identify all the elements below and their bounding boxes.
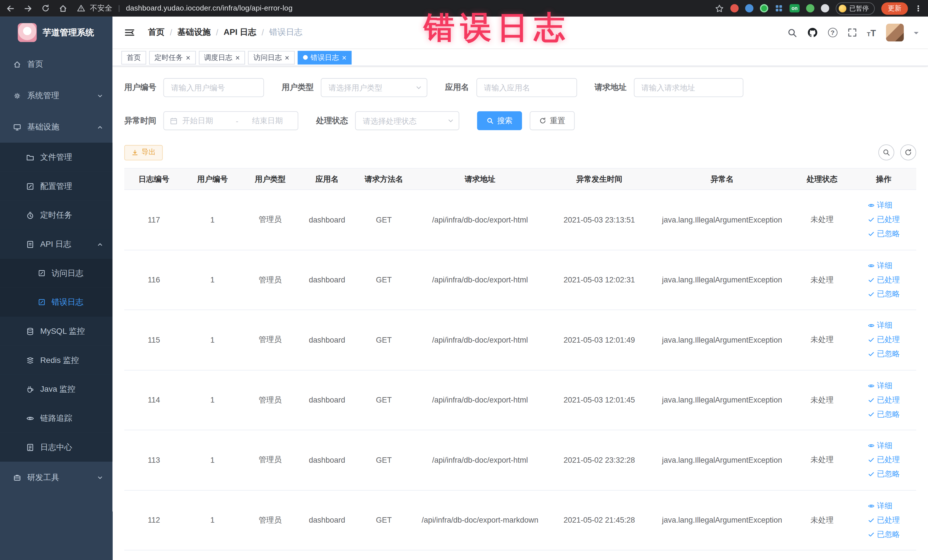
sidebar-item-dev-tools[interactable]: 研发工具 [0, 462, 112, 493]
mark-ignored-link[interactable]: 已忽略 [867, 229, 900, 239]
detail-link[interactable]: 详细 [867, 260, 892, 271]
database-icon [26, 327, 34, 335]
mark-ignored-link[interactable]: 已忽略 [867, 529, 900, 539]
user-type-select-input[interactable] [321, 78, 427, 97]
refresh-icon [539, 117, 546, 124]
detail-link[interactable]: 详细 [867, 441, 892, 451]
security-warning-icon[interactable] [77, 4, 85, 12]
sidebar-logo[interactable]: 芋道管理系统 [0, 17, 112, 49]
reset-button[interactable]: 重置 [530, 111, 575, 130]
tab-scheduled-tasks[interactable]: 定时任务 × [149, 50, 196, 64]
github-icon[interactable] [807, 27, 818, 38]
process-status-select[interactable] [355, 111, 459, 130]
breadcrumb-item[interactable]: 基础设施 [177, 27, 211, 38]
back-icon[interactable] [6, 4, 15, 12]
refresh-table-button[interactable] [901, 144, 916, 160]
close-icon[interactable]: × [235, 53, 240, 61]
sidebar-item-link-tracing[interactable]: 链路追踪 [0, 404, 112, 433]
tab-schedule-log[interactable]: 调度日志 × [198, 50, 245, 64]
ext-on-badge[interactable]: on [790, 4, 800, 12]
mark-processed-link[interactable]: 已处理 [867, 215, 900, 225]
mark-ignored-link[interactable]: 已忽略 [867, 289, 900, 299]
page-url[interactable]: dashboard.yudao.iocoder.cn/infra/log/api… [126, 4, 292, 12]
sidebar-item-home[interactable]: 首页 [0, 49, 112, 80]
browser-menu-icon[interactable]: ⋮ [914, 4, 922, 12]
cell-exception-name: java.lang.IllegalArgumentException [651, 215, 793, 224]
detail-link-label: 详细 [877, 441, 892, 451]
sidebar-item-java-monitor[interactable]: Java 监控 [0, 375, 112, 404]
mark-ignored-link[interactable]: 已忽略 [867, 349, 900, 359]
mark-ignored-link[interactable]: 已忽略 [867, 409, 900, 420]
breadcrumb-item[interactable]: API 日志 [224, 27, 256, 38]
cell-request-url: /api/infra/db-doc/export-html [412, 456, 548, 464]
sidebar-item-redis-monitor[interactable]: Redis 监控 [0, 346, 112, 375]
forward-icon[interactable] [24, 4, 32, 12]
toolbox-icon [13, 473, 21, 482]
mark-processed-link[interactable]: 已处理 [867, 515, 900, 525]
collapse-menu-icon[interactable] [124, 28, 135, 37]
address-bar[interactable]: 不安全 | dashboard.yudao.iocoder.cn/infra/l… [77, 3, 293, 13]
user-id-input[interactable] [163, 78, 264, 97]
toggle-search-button[interactable] [878, 144, 894, 160]
help-icon[interactable]: ? [828, 28, 837, 37]
tab-error-log[interactable]: 错误日志 × [298, 50, 352, 64]
cell-status: 未处理 [793, 455, 851, 465]
update-button[interactable]: 更新 [881, 2, 908, 15]
tab-label: 调度日志 [204, 52, 232, 63]
user-avatar[interactable] [886, 24, 904, 41]
mark-ignored-link[interactable]: 已忽略 [867, 469, 900, 479]
export-button[interactable]: 导出 [124, 145, 163, 160]
sidebar-item-mysql-monitor[interactable]: MySQL 监控 [0, 317, 112, 346]
sidebar-item-infrastructure[interactable]: 基础设施 [0, 111, 112, 143]
ext-icon-2[interactable] [745, 4, 753, 12]
process-status-select-input[interactable] [355, 111, 459, 130]
tab-home[interactable]: 首页 [121, 50, 146, 64]
user-type-select[interactable] [321, 78, 427, 97]
cell-exception-time: 2021-05-03 12:01:49 [548, 336, 651, 344]
search-icon[interactable] [787, 27, 797, 37]
ext-icon-3[interactable] [760, 4, 768, 12]
ext-grid-icon[interactable] [775, 4, 783, 12]
bookmark-star-icon[interactable] [715, 4, 724, 12]
detail-link-label: 详细 [877, 381, 892, 391]
date-range-picker[interactable]: 开始日期 - 结束日期 [163, 111, 298, 130]
security-label[interactable]: 不安全 [90, 3, 112, 13]
sidebar-item-config-management[interactable]: 配置管理 [0, 172, 112, 201]
reload-icon[interactable] [41, 4, 50, 12]
breadcrumb-item[interactable]: 首页 [148, 27, 165, 38]
search-button[interactable]: 搜索 [477, 111, 522, 130]
sidebar-item-file-management[interactable]: 文件管理 [0, 143, 112, 172]
table-row: 113 1 管理员 dashboard GET /api/infra/db-do… [124, 430, 916, 490]
content: 用户编号 用户类型 应用名 请求地址 [112, 66, 928, 560]
detail-link[interactable]: 详细 [867, 500, 892, 511]
breadcrumb-separator: / [262, 28, 264, 37]
detail-link[interactable]: 详细 [867, 200, 892, 211]
mark-processed-link[interactable]: 已处理 [867, 455, 900, 465]
detail-link[interactable]: 详细 [867, 320, 892, 331]
fullscreen-icon[interactable] [847, 28, 857, 37]
ext-icon-1[interactable] [730, 4, 739, 12]
home-icon[interactable] [58, 4, 67, 12]
sidebar-item-log-center[interactable]: 日志中心 [0, 433, 112, 462]
mark-processed-link[interactable]: 已处理 [867, 275, 900, 285]
ext-icon-4[interactable] [806, 4, 815, 12]
ext-paw-icon[interactable] [821, 4, 829, 12]
close-icon[interactable]: × [285, 53, 289, 61]
app-name-input[interactable] [476, 78, 577, 97]
sidebar-item-api-log[interactable]: API 日志 [0, 230, 112, 259]
chevron-down-icon [97, 93, 103, 99]
detail-link[interactable]: 详细 [867, 381, 892, 391]
close-icon[interactable]: × [186, 53, 190, 61]
request-url-input[interactable] [633, 78, 743, 97]
sidebar-item-scheduled-tasks[interactable]: 定时任务 [0, 201, 112, 230]
sidebar-item-error-log[interactable]: 错误日志 [0, 288, 112, 317]
mark-processed-link[interactable]: 已处理 [867, 395, 900, 405]
font-size-icon[interactable]: TT [867, 27, 876, 37]
tab-access-log[interactable]: 访问日志 × [248, 50, 295, 64]
avatar-caret-icon[interactable] [914, 32, 919, 37]
paused-badge[interactable]: 已暂停 [836, 2, 875, 15]
mark-processed-link[interactable]: 已处理 [867, 335, 900, 345]
sidebar-item-access-log[interactable]: 访问日志 [0, 259, 112, 288]
close-icon[interactable]: × [342, 53, 346, 61]
sidebar-item-system[interactable]: 系统管理 [0, 80, 112, 111]
